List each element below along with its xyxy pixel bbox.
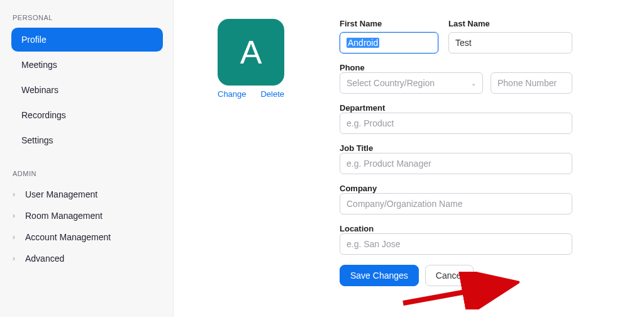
cancel-button[interactable]: Cancel bbox=[425, 265, 474, 286]
job-title-label: Job Title bbox=[340, 143, 373, 153]
first-name-label: First Name bbox=[340, 19, 438, 28]
button-label: Cancel bbox=[436, 270, 464, 281]
avatar-change-link[interactable]: Change bbox=[218, 89, 247, 99]
save-changes-button[interactable]: Save Changes bbox=[340, 265, 419, 286]
phone-number-field[interactable] bbox=[491, 72, 572, 94]
company-field[interactable] bbox=[340, 193, 572, 214]
sidebar-item-account-management[interactable]: › Account Management bbox=[11, 226, 163, 248]
sidebar-item-label: Profile bbox=[21, 35, 47, 45]
first-name-value: Android bbox=[347, 38, 379, 48]
sidebar-item-label: User Management bbox=[25, 189, 97, 199]
button-label: Save Changes bbox=[350, 270, 408, 281]
sidebar-item-label: Recordings bbox=[21, 110, 66, 120]
sidebar-item-webinars[interactable]: Webinars bbox=[11, 78, 163, 102]
country-region-select[interactable]: Select Country/Region ⌄ bbox=[340, 72, 483, 94]
company-label: Company bbox=[340, 184, 377, 193]
sidebar-item-room-management[interactable]: › Room Management bbox=[11, 205, 163, 226]
job-title-field[interactable] bbox=[340, 153, 572, 174]
profile-form: First Name Android Last Name Phone bbox=[340, 19, 572, 286]
chevron-right-icon: › bbox=[13, 211, 20, 220]
last-name-field[interactable] bbox=[448, 32, 572, 53]
chevron-right-icon: › bbox=[13, 190, 20, 199]
svg-line-1 bbox=[403, 284, 507, 303]
sidebar-item-label: Room Management bbox=[25, 211, 103, 221]
select-placeholder: Select Country/Region bbox=[347, 78, 435, 88]
sidebar-item-label: Meetings bbox=[21, 60, 57, 70]
avatar[interactable]: A bbox=[218, 19, 284, 86]
sidebar-item-recordings[interactable]: Recordings bbox=[11, 103, 163, 127]
department-label: Department bbox=[340, 103, 385, 113]
main-content: A Change Delete First Name Android bbox=[174, 0, 644, 317]
avatar-delete-link[interactable]: Delete bbox=[260, 89, 284, 99]
sidebar: PERSONAL Profile Meetings Webinars Recor… bbox=[0, 0, 174, 317]
sidebar-item-label: Advanced bbox=[25, 253, 64, 264]
first-name-field[interactable]: Android bbox=[340, 32, 438, 53]
sidebar-item-settings[interactable]: Settings bbox=[11, 128, 163, 152]
last-name-label: Last Name bbox=[448, 19, 572, 28]
sidebar-item-label: Account Management bbox=[25, 232, 111, 242]
chevron-right-icon: › bbox=[13, 254, 20, 263]
sidebar-item-advanced[interactable]: › Advanced bbox=[11, 248, 163, 269]
sidebar-item-meetings[interactable]: Meetings bbox=[11, 53, 163, 77]
sidebar-item-label: Webinars bbox=[21, 85, 58, 95]
location-label: Location bbox=[340, 224, 374, 233]
phone-label: Phone bbox=[340, 63, 365, 72]
chevron-down-icon: ⌄ bbox=[471, 80, 476, 87]
sidebar-section-personal: PERSONAL bbox=[11, 14, 163, 21]
department-field[interactable] bbox=[340, 113, 572, 134]
avatar-letter: A bbox=[240, 33, 262, 71]
sidebar-item-label: Settings bbox=[21, 135, 53, 145]
avatar-block: A Change Delete bbox=[216, 19, 286, 286]
sidebar-item-user-management[interactable]: › User Management bbox=[11, 184, 163, 205]
location-field[interactable] bbox=[340, 233, 572, 255]
sidebar-section-admin: ADMIN bbox=[11, 170, 163, 177]
sidebar-item-profile[interactable]: Profile bbox=[11, 28, 163, 52]
chevron-right-icon: › bbox=[13, 233, 20, 242]
